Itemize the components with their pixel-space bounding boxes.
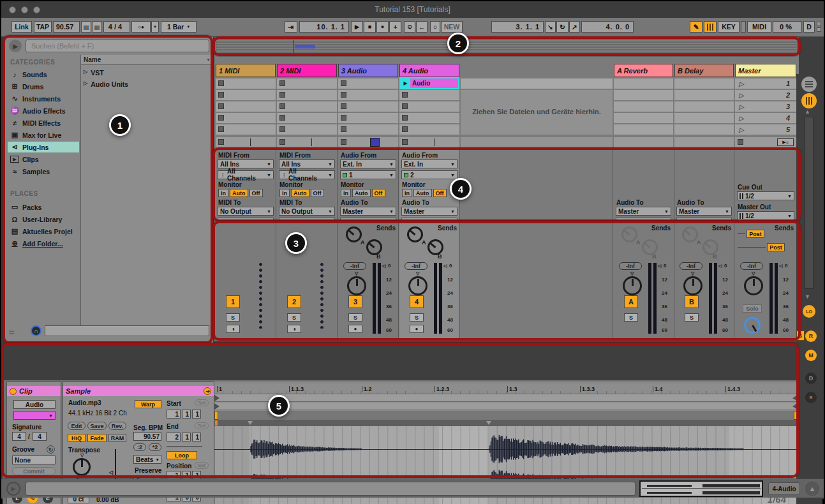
groove-select[interactable]: None [12, 456, 56, 464]
warp-button[interactable]: Warp [135, 400, 161, 408]
clip-stop-icon[interactable] [341, 126, 346, 132]
clip-slot[interactable] [338, 78, 398, 89]
loop-left-handle[interactable] [214, 411, 218, 420]
track-header-4-audio[interactable]: 4 Audio [399, 64, 459, 77]
arm-button[interactable]: ◑ [226, 325, 240, 333]
track-header-2-midi[interactable]: 2 MIDI [277, 64, 337, 77]
stop-clips-row[interactable] [216, 137, 276, 147]
scene-launch-mode-icon[interactable]: ▶≡ [777, 138, 794, 146]
return-activator-button[interactable]: A [624, 295, 638, 308]
audio-to-select[interactable]: Master▼ [401, 207, 457, 216]
bpm-double-button[interactable]: *2 [149, 443, 161, 451]
master-out-select[interactable]: 1/2▼ [737, 211, 794, 220]
monitor-in-button[interactable]: In [402, 189, 412, 197]
monitor-in-button[interactable]: In [218, 189, 228, 197]
preview-scrub-bar[interactable] [45, 325, 209, 336]
signature-numerator-field[interactable]: 4 [12, 432, 26, 441]
clip-stop-icon[interactable] [279, 115, 285, 121]
sidebar-item-plug-ins[interactable]: ⊲Plug-Ins [8, 142, 79, 152]
vertical-scrollbar[interactable] [805, 117, 814, 289]
hot-swap-sample-icon[interactable]: ➜ [204, 387, 211, 395]
session-record-button[interactable]: ○ [430, 21, 440, 33]
metronome-menu-icon[interactable]: ▼ [151, 21, 159, 33]
position-set-button[interactable]: Set [195, 462, 209, 469]
expand-icon[interactable]: ▷ [84, 69, 87, 77]
return-header-a-reverb[interactable]: A Reverb [614, 64, 673, 77]
stop-all-icon[interactable] [218, 139, 224, 145]
clip-slot[interactable] [216, 90, 276, 100]
clip-stop-icon[interactable] [218, 126, 224, 132]
clip-slot[interactable] [277, 101, 337, 112]
stop-all-clips-icon[interactable] [738, 139, 743, 145]
scene-4[interactable]: ▷4 [735, 113, 796, 123]
audio-input-channel-select[interactable]: 2▼ [401, 170, 457, 179]
start-beat-field[interactable]: 1 [182, 410, 191, 419]
show-mixer-toggle[interactable]: M [805, 350, 817, 361]
clip-stop-icon[interactable] [341, 80, 346, 86]
stop-all-icon[interactable] [402, 139, 408, 145]
hiq-button[interactable]: HiQ [68, 434, 85, 442]
scene-play-icon[interactable]: ▷ [735, 115, 744, 122]
solo-button[interactable]: S [410, 313, 424, 322]
clip-box-header[interactable]: Clip [7, 386, 61, 396]
sidebar-item-samples[interactable]: ≈Samples [8, 166, 79, 177]
clip-slot[interactable] [277, 124, 337, 135]
loop-button[interactable]: Loop [167, 451, 197, 459]
scene-3[interactable]: ▷3 [735, 101, 796, 112]
return-activator-button[interactable]: B [685, 295, 699, 308]
monitor-auto-button[interactable]: Auto [413, 189, 432, 197]
show-returns-toggle[interactable]: R [805, 330, 817, 342]
clip-activator-icon[interactable] [10, 388, 17, 395]
beat-time-ruler[interactable]: 1 1.1.3 1.2 1.2.3 1.3 1.3.3 1.4 1.4.3 [214, 384, 798, 394]
track-activator-button[interactable]: 2 [287, 295, 301, 308]
monitor-off-button[interactable]: Off [249, 189, 263, 197]
transient-marker-icon[interactable] [248, 421, 253, 425]
nudge-down-icon[interactable]: |||| [81, 21, 91, 33]
clip-stop-icon[interactable] [279, 126, 285, 132]
sidebar-item-clips[interactable]: ▶Clips [8, 154, 79, 165]
clip-stop-icon[interactable] [279, 92, 285, 98]
clip-slot[interactable] [399, 124, 459, 135]
monitor-auto-button[interactable]: Auto [291, 189, 309, 197]
edit-button[interactable]: Edit [68, 422, 85, 430]
transpose-knob[interactable] [73, 458, 91, 476]
sample-box-header[interactable]: Sample ➜ [63, 386, 214, 396]
loop-start-field[interactable]: 3. 1. 1 [491, 21, 544, 33]
show-sends-toggle[interactable]: S [796, 330, 805, 341]
transient-marker-icon[interactable] [486, 421, 491, 425]
master-solo-button[interactable]: Solo [743, 304, 762, 313]
scene-play-icon[interactable]: ▷ [735, 126, 744, 133]
bpm-half-button[interactable]: :2 [133, 443, 146, 451]
add-folder-button[interactable]: ⊕Add Folder... [8, 238, 79, 249]
punch-in-icon[interactable]: ↘ [545, 21, 556, 33]
arm-button[interactable]: ● [348, 325, 362, 333]
end-beat-field[interactable]: 1 [182, 433, 191, 441]
send-a-pre-post-button[interactable]: Post [747, 230, 764, 238]
midi-from-select[interactable]: All Ins▼ [279, 159, 335, 168]
seg-bpm-field[interactable]: 90.57 [133, 432, 161, 441]
monitor-in-button[interactable]: In [279, 189, 290, 197]
monitor-off-button[interactable]: Off [433, 189, 447, 197]
loop-switch-icon[interactable]: ↻ [556, 21, 569, 33]
clip-slot[interactable] [216, 101, 276, 112]
start-sixteenth-field[interactable]: 1 [192, 410, 201, 419]
volume-knob[interactable] [683, 276, 702, 295]
send-a-knob[interactable] [346, 226, 362, 242]
browser-row-audio-units[interactable]: ▷Audio Units [84, 80, 128, 88]
scene-play-icon[interactable]: ▷ [735, 103, 744, 110]
sidebar-item-drums[interactable]: ⊞Drums [8, 81, 79, 92]
midi-channel-select[interactable]: ⋮All Channels▼ [279, 170, 335, 179]
link-button[interactable]: Link [11, 21, 32, 33]
cue-out-select[interactable]: 1/2▼ [737, 191, 794, 200]
follow-button[interactable]: ⇥ [285, 21, 297, 33]
preview-play-icon[interactable]: ▶ [9, 40, 22, 52]
capture-new-scene-button[interactable]: NEW [441, 21, 463, 33]
sidebar-item-audio-effects[interactable]: ♒Audio Effects [8, 105, 79, 116]
volume-knob[interactable] [347, 276, 366, 295]
midi-from-select[interactable]: All Ins▼ [218, 159, 274, 168]
arm-button[interactable]: ◑ [287, 325, 301, 333]
volume-knob[interactable] [623, 276, 642, 295]
scroll-up-icon[interactable]: ▲ [805, 108, 810, 115]
show-io-toggle[interactable]: I-O [803, 305, 815, 318]
solo-button[interactable]: S [348, 313, 362, 322]
